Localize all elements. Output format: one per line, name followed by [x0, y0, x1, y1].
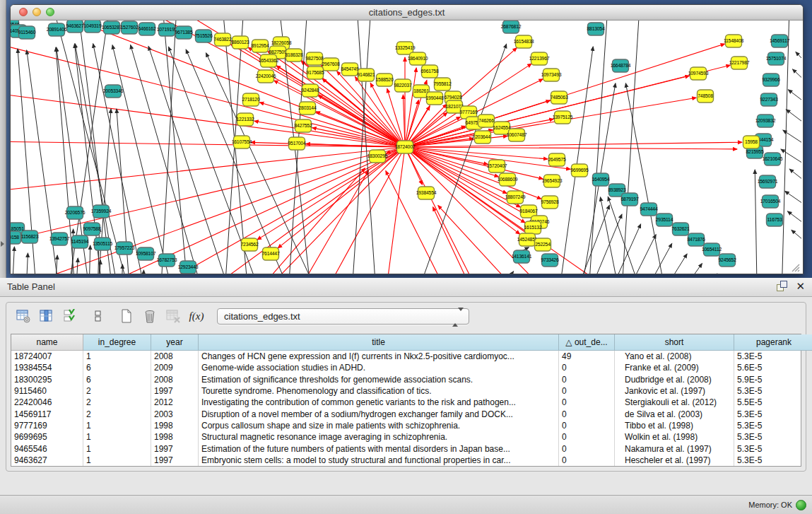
- network-node[interactable]: 2935114: [656, 214, 673, 226]
- cell-pagerank[interactable]: 5.9E-5: [734, 374, 812, 385]
- network-node[interactable]: 14569117: [770, 35, 790, 47]
- network-node[interactable]: 17359924: [91, 205, 112, 218]
- network-node[interactable]: 8813054: [587, 23, 604, 35]
- network-node-selected[interactable]: 22420046: [256, 70, 276, 83]
- edge[interactable]: [148, 46, 240, 274]
- network-node-selected[interactable]: 9517004: [288, 137, 305, 150]
- network-node-selected[interactable]: 1588520: [375, 74, 393, 86]
- selected-edge[interactable]: [370, 83, 405, 147]
- network-node[interactable]: 14136141: [512, 250, 532, 263]
- edge[interactable]: [628, 243, 672, 274]
- cell-in-degree[interactable]: 2: [83, 408, 151, 419]
- cell-in-degree[interactable]: 1: [83, 431, 151, 443]
- cell-short[interactable]: Hescheler et al. (1997): [615, 455, 734, 466]
- edge[interactable]: [74, 258, 78, 274]
- network-node[interactable]: 13505115: [93, 238, 113, 250]
- network-node[interactable]: 17957223: [114, 242, 135, 255]
- cell-title[interactable]: Genome-wide association studies in ADHD.: [199, 362, 559, 373]
- cell-year[interactable]: 2003: [151, 408, 199, 419]
- edge[interactable]: [88, 245, 90, 274]
- float-window-icon[interactable]: [777, 281, 787, 291]
- cell-title[interactable]: Estimation of significance thresholds fo…: [199, 374, 559, 385]
- cell-pagerank[interactable]: 5.3E-5: [734, 351, 812, 363]
- network-node[interactable]: 17016504: [760, 195, 781, 208]
- network-node[interactable]: 9227343: [760, 93, 777, 106]
- cell-out-de[interactable]: 49: [559, 351, 615, 363]
- network-node-selected[interactable]: 203644: [475, 131, 491, 144]
- network-node-selected[interactable]: 9699695: [570, 164, 588, 177]
- network-node[interactable]: 6466162: [138, 23, 155, 35]
- cell-pagerank[interactable]: 5.3E-5: [734, 420, 812, 431]
- edge[interactable]: [787, 211, 801, 233]
- edge[interactable]: [785, 191, 801, 213]
- cell-year[interactable]: 1998: [151, 420, 199, 431]
- network-window-titlebar[interactable]: citations_edges.txt: [11, 5, 803, 21]
- network-node-selected[interactable]: 12213967: [529, 52, 550, 65]
- cell-in-degree[interactable]: 6: [83, 362, 151, 373]
- network-node[interactable]: 26876812: [501, 21, 522, 33]
- network-node[interactable]: 20891406: [47, 23, 67, 36]
- edge[interactable]: [620, 21, 640, 274]
- network-node-selected[interactable]: 8912954: [251, 40, 269, 52]
- cell-name[interactable]: 18300295: [11, 374, 83, 385]
- network-node-selected[interactable]: 748508: [698, 90, 714, 103]
- cell-title[interactable]: Changes of HCN gene expression and I(f) …: [199, 351, 559, 363]
- network-node-selected[interactable]: 746266: [478, 115, 495, 127]
- network-node[interactable]: 1156823: [21, 230, 39, 243]
- edge[interactable]: [796, 52, 801, 74]
- cell-out-de[interactable]: 0: [559, 408, 615, 419]
- network-node[interactable]: 7515526: [194, 30, 212, 42]
- delete-table-icon[interactable]: [141, 308, 158, 325]
- network-node[interactable]: 7632621: [671, 223, 689, 235]
- network-node-selected[interactable]: 7485063: [550, 91, 567, 104]
- cell-name[interactable]: 9699695: [11, 431, 83, 443]
- table-row[interactable]: 1938455462009Genome-wide association stu…: [11, 362, 812, 373]
- cell-short[interactable]: Jankovic et al. (1997): [615, 385, 734, 397]
- cell-year[interactable]: 2008: [151, 351, 199, 363]
- close-panel-icon[interactable]: ✕: [796, 281, 805, 291]
- selected-edge[interactable]: [405, 142, 742, 147]
- network-node-selected[interactable]: 18807249: [505, 191, 526, 204]
- cell-pagerank[interactable]: 5.3E-5: [734, 443, 812, 454]
- network-node-selected[interactable]: 1221332: [236, 113, 254, 126]
- network-node[interactable]: 116753: [767, 214, 783, 226]
- selected-edge[interactable]: [279, 170, 368, 274]
- network-node-selected[interactable]: 9146821: [357, 69, 375, 81]
- cell-year[interactable]: 2008: [151, 374, 199, 385]
- network-node[interactable]: 16782753: [157, 254, 177, 267]
- cell-name[interactable]: 22420046: [11, 397, 83, 408]
- edge[interactable]: [163, 21, 191, 274]
- table-row[interactable]: 969969511998Structural magnetic resonanc…: [11, 431, 812, 443]
- network-node[interactable]: 1145194: [71, 235, 89, 248]
- cell-out-de[interactable]: 0: [559, 455, 615, 466]
- cell-pagerank[interactable]: 5.6E-5: [734, 362, 812, 373]
- cell-in-degree[interactable]: 1: [83, 351, 151, 363]
- control-panel-collapsed-strip[interactable]: [0, 0, 6, 278]
- panel-expand-icon[interactable]: [1, 241, 4, 247]
- new-table-icon[interactable]: [118, 308, 135, 325]
- cell-pagerank[interactable]: 5.5E-5: [734, 397, 812, 408]
- network-node-selected[interactable]: 7614447: [261, 247, 279, 260]
- cell-in-degree[interactable]: 1: [83, 443, 151, 454]
- column-header-short[interactable]: short: [615, 334, 734, 351]
- network-node[interactable]: 10654112: [702, 243, 722, 256]
- network-node-selected[interactable]: 2803144: [298, 102, 316, 115]
- network-node[interactable]: 20053346: [103, 85, 124, 98]
- cell-name[interactable]: 9777169: [11, 420, 83, 431]
- edge[interactable]: [625, 83, 671, 274]
- row-height-icon[interactable]: [90, 308, 107, 325]
- cell-title[interactable]: Embryonic stem cells: a model to study s…: [199, 455, 559, 466]
- cell-out-de[interactable]: 0: [559, 397, 615, 408]
- selected-edge[interactable]: [433, 207, 491, 274]
- cell-name[interactable]: 19384554: [11, 362, 83, 373]
- edge[interactable]: [792, 230, 801, 251]
- network-node-selected[interactable]: 8427552: [294, 119, 312, 132]
- network-node[interactable]: 1527602: [120, 21, 138, 34]
- table-row[interactable]: 1872400712008Changes of HCN gene express…: [11, 351, 812, 363]
- edge[interactable]: [596, 224, 641, 274]
- network-node[interactable]: 9245652: [718, 254, 736, 267]
- cell-year[interactable]: 1997: [151, 455, 199, 466]
- network-node-selected[interactable]: 2967608: [322, 58, 339, 71]
- network-node-selected[interactable]: 9175685: [306, 66, 324, 79]
- network-node[interactable]: 16210645: [763, 153, 783, 165]
